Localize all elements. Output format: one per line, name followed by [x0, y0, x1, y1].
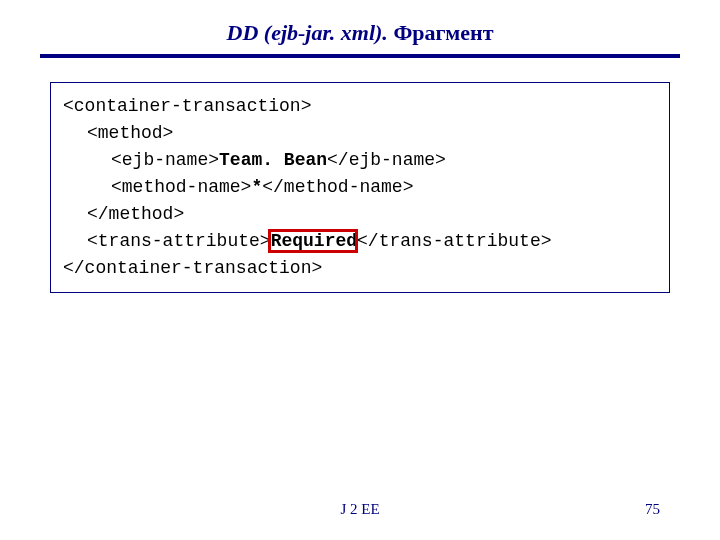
- code-l3a: <ejb-name>: [111, 150, 219, 170]
- footer-center: J 2 EE: [340, 501, 379, 518]
- slide-title: DD (ejb-jar. xml). Фрагмент: [0, 0, 720, 54]
- code-l3b: Team. Bean: [219, 150, 327, 170]
- code-line-4: <method-name>*</method-name>: [63, 174, 657, 201]
- code-line-7: </container-transaction>: [63, 255, 657, 282]
- footer-page-number: 75: [645, 501, 660, 518]
- code-l4b: *: [251, 177, 262, 197]
- code-line-5: </method>: [63, 201, 657, 228]
- code-line-2: <method>: [63, 120, 657, 147]
- title-plain-part: Фрагмент: [393, 20, 493, 45]
- code-box: <container-transaction> <method> <ejb-na…: [50, 82, 670, 293]
- code-line-1: <container-transaction>: [63, 93, 657, 120]
- title-italic-part: DD (ejb-jar. xml).: [227, 20, 394, 45]
- code-l4a: <method-name>: [111, 177, 251, 197]
- code-l3c: </ejb-name>: [327, 150, 446, 170]
- code-l6c: </trans-attribute>: [357, 231, 551, 251]
- code-l6b-highlighted: Required: [271, 231, 357, 251]
- footer: J 2 EE 75: [0, 501, 720, 518]
- code-line-3: <ejb-name>Team. Bean</ejb-name>: [63, 147, 657, 174]
- code-l4c: </method-name>: [262, 177, 413, 197]
- code-line-6: <trans-attribute>Required</trans-attribu…: [63, 228, 657, 255]
- code-l6a: <trans-attribute>: [87, 231, 271, 251]
- title-rule: [40, 54, 680, 58]
